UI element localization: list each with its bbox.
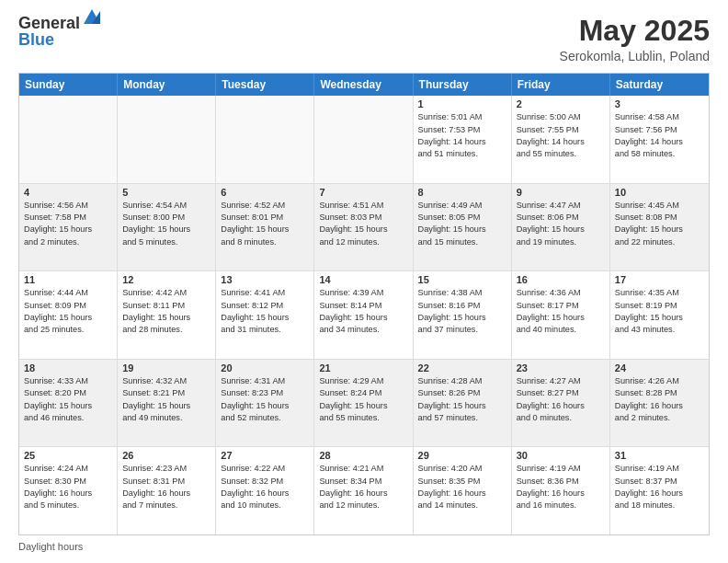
day-info: Sunrise: 4:20 AMSunset: 8:35 PMDaylight:… <box>418 463 506 511</box>
day-info: Sunrise: 4:38 AMSunset: 8:16 PMDaylight:… <box>418 287 506 336</box>
day-number: 11 <box>24 274 112 285</box>
day-info: Sunrise: 4:47 AMSunset: 8:06 PMDaylight:… <box>517 200 605 248</box>
day-info: Sunrise: 4:32 AMSunset: 8:21 PMDaylight:… <box>122 375 210 424</box>
calendar-row-2: 4Sunrise: 4:56 AMSunset: 7:58 PMDaylight… <box>19 183 709 271</box>
day-cell-6: 6Sunrise: 4:52 AMSunset: 8:01 PMDaylight… <box>216 184 314 271</box>
day-cell-2: 2Sunrise: 5:00 AMSunset: 7:55 PMDaylight… <box>512 96 610 183</box>
day-header-friday: Friday <box>512 74 610 96</box>
day-number: 22 <box>418 362 506 373</box>
location: Serokomla, Lublin, Poland <box>560 49 710 63</box>
day-number: 27 <box>221 450 309 461</box>
day-info: Sunrise: 4:56 AMSunset: 7:58 PMDaylight:… <box>24 200 112 248</box>
calendar-header: SundayMondayTuesdayWednesdayThursdayFrid… <box>19 74 709 96</box>
day-info: Sunrise: 4:54 AMSunset: 8:00 PMDaylight:… <box>122 200 210 248</box>
day-info: Sunrise: 4:24 AMSunset: 8:30 PMDaylight:… <box>24 463 112 511</box>
day-number: 21 <box>319 362 407 373</box>
logo-icon <box>82 7 102 28</box>
calendar-body: 1Sunrise: 5:01 AMSunset: 7:53 PMDaylight… <box>19 96 709 534</box>
day-info: Sunrise: 4:23 AMSunset: 8:31 PMDaylight:… <box>122 463 210 511</box>
day-cell-18: 18Sunrise: 4:33 AMSunset: 8:20 PMDayligh… <box>19 360 118 447</box>
day-info: Sunrise: 4:51 AMSunset: 8:03 PMDaylight:… <box>319 200 407 248</box>
logo: General Blue <box>18 15 102 49</box>
day-header-thursday: Thursday <box>414 74 512 96</box>
day-number: 31 <box>615 450 704 461</box>
day-number: 26 <box>122 450 210 461</box>
day-info: Sunrise: 4:19 AMSunset: 8:36 PMDaylight:… <box>517 463 605 511</box>
day-number: 30 <box>517 450 605 461</box>
day-info: Sunrise: 4:19 AMSunset: 8:37 PMDaylight:… <box>615 463 704 511</box>
month-year: May 2025 <box>560 15 710 47</box>
day-cell-27: 27Sunrise: 4:22 AMSunset: 8:32 PMDayligh… <box>216 447 314 534</box>
day-info: Sunrise: 4:58 AMSunset: 7:56 PMDaylight:… <box>615 111 704 160</box>
day-number: 25 <box>24 450 112 461</box>
day-info: Sunrise: 4:39 AMSunset: 8:14 PMDaylight:… <box>319 287 407 336</box>
day-cell-8: 8Sunrise: 4:49 AMSunset: 8:05 PMDaylight… <box>414 184 512 271</box>
day-cell-25: 25Sunrise: 4:24 AMSunset: 8:30 PMDayligh… <box>19 447 118 534</box>
day-info: Sunrise: 4:21 AMSunset: 8:34 PMDaylight:… <box>319 463 407 511</box>
day-number: 16 <box>517 274 605 285</box>
day-info: Sunrise: 4:52 AMSunset: 8:01 PMDaylight:… <box>221 200 309 248</box>
day-number: 14 <box>319 274 407 285</box>
footer-label: Daylight hours <box>18 541 83 552</box>
calendar-row-5: 25Sunrise: 4:24 AMSunset: 8:30 PMDayligh… <box>19 446 709 534</box>
logo-blue: Blue <box>18 30 54 49</box>
day-cell-7: 7Sunrise: 4:51 AMSunset: 8:03 PMDaylight… <box>314 184 413 271</box>
day-info: Sunrise: 4:35 AMSunset: 8:19 PMDaylight:… <box>615 287 704 336</box>
day-cell-19: 19Sunrise: 4:32 AMSunset: 8:21 PMDayligh… <box>118 360 216 447</box>
day-number: 10 <box>615 187 704 198</box>
day-cell-empty <box>216 96 314 183</box>
day-info: Sunrise: 5:00 AMSunset: 7:55 PMDaylight:… <box>517 111 605 160</box>
day-cell-29: 29Sunrise: 4:20 AMSunset: 8:35 PMDayligh… <box>414 447 512 534</box>
day-info: Sunrise: 4:28 AMSunset: 8:26 PMDaylight:… <box>418 375 506 424</box>
day-number: 6 <box>221 187 309 198</box>
day-number: 29 <box>418 450 506 461</box>
day-number: 5 <box>122 187 210 198</box>
day-header-wednesday: Wednesday <box>314 74 413 96</box>
day-cell-21: 21Sunrise: 4:29 AMSunset: 8:24 PMDayligh… <box>314 360 413 447</box>
day-cell-30: 30Sunrise: 4:19 AMSunset: 8:36 PMDayligh… <box>512 447 610 534</box>
day-cell-20: 20Sunrise: 4:31 AMSunset: 8:23 PMDayligh… <box>216 360 314 447</box>
day-info: Sunrise: 4:31 AMSunset: 8:23 PMDaylight:… <box>221 375 309 424</box>
day-number: 13 <box>221 274 309 285</box>
day-info: Sunrise: 5:01 AMSunset: 7:53 PMDaylight:… <box>418 111 506 160</box>
day-header-tuesday: Tuesday <box>216 74 314 96</box>
day-number: 9 <box>517 187 605 198</box>
day-number: 8 <box>418 187 506 198</box>
day-cell-4: 4Sunrise: 4:56 AMSunset: 7:58 PMDaylight… <box>19 184 118 271</box>
day-info: Sunrise: 4:26 AMSunset: 8:28 PMDaylight:… <box>615 375 704 424</box>
day-header-monday: Monday <box>118 74 216 96</box>
day-info: Sunrise: 4:41 AMSunset: 8:12 PMDaylight:… <box>221 287 309 336</box>
day-cell-16: 16Sunrise: 4:36 AMSunset: 8:17 PMDayligh… <box>512 271 610 359</box>
calendar-row-3: 11Sunrise: 4:44 AMSunset: 8:09 PMDayligh… <box>19 270 709 359</box>
day-cell-24: 24Sunrise: 4:26 AMSunset: 8:28 PMDayligh… <box>610 360 709 447</box>
day-cell-26: 26Sunrise: 4:23 AMSunset: 8:31 PMDayligh… <box>118 447 216 534</box>
day-info: Sunrise: 4:42 AMSunset: 8:11 PMDaylight:… <box>122 287 210 336</box>
day-cell-empty <box>19 96 118 183</box>
calendar-row-1: 1Sunrise: 5:01 AMSunset: 7:53 PMDaylight… <box>19 96 709 183</box>
day-number: 2 <box>517 98 605 109</box>
day-number: 7 <box>319 187 407 198</box>
day-cell-11: 11Sunrise: 4:44 AMSunset: 8:09 PMDayligh… <box>19 271 118 359</box>
day-number: 4 <box>24 187 112 198</box>
day-number: 3 <box>615 98 704 109</box>
day-info: Sunrise: 4:45 AMSunset: 8:08 PMDaylight:… <box>615 200 704 248</box>
day-cell-15: 15Sunrise: 4:38 AMSunset: 8:16 PMDayligh… <box>414 271 512 359</box>
day-cell-empty <box>314 96 413 183</box>
title-block: May 2025 Serokomla, Lublin, Poland <box>560 15 710 63</box>
day-number: 1 <box>418 98 506 109</box>
day-header-saturday: Saturday <box>610 74 709 96</box>
day-cell-13: 13Sunrise: 4:41 AMSunset: 8:12 PMDayligh… <box>216 271 314 359</box>
day-info: Sunrise: 4:49 AMSunset: 8:05 PMDaylight:… <box>418 200 506 248</box>
day-number: 12 <box>122 274 210 285</box>
day-cell-17: 17Sunrise: 4:35 AMSunset: 8:19 PMDayligh… <box>610 271 709 359</box>
logo-general: General <box>18 15 80 31</box>
day-info: Sunrise: 4:27 AMSunset: 8:27 PMDaylight:… <box>517 375 605 424</box>
day-cell-23: 23Sunrise: 4:27 AMSunset: 8:27 PMDayligh… <box>512 360 610 447</box>
day-info: Sunrise: 4:29 AMSunset: 8:24 PMDaylight:… <box>319 375 407 424</box>
day-info: Sunrise: 4:44 AMSunset: 8:09 PMDaylight:… <box>24 287 112 336</box>
day-cell-10: 10Sunrise: 4:45 AMSunset: 8:08 PMDayligh… <box>610 184 709 271</box>
day-cell-9: 9Sunrise: 4:47 AMSunset: 8:06 PMDaylight… <box>512 184 610 271</box>
day-cell-1: 1Sunrise: 5:01 AMSunset: 7:53 PMDaylight… <box>414 96 512 183</box>
day-cell-12: 12Sunrise: 4:42 AMSunset: 8:11 PMDayligh… <box>118 271 216 359</box>
day-number: 24 <box>615 362 704 373</box>
